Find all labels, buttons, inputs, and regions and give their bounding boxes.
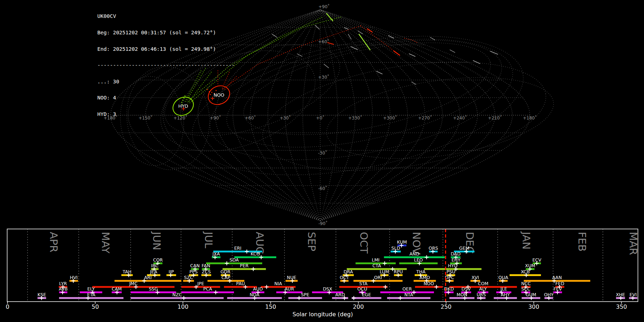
month-label-jul: JUL [203,231,215,248]
count-hyd: HYD: 3 [97,112,235,117]
shower-label: IIP [169,269,174,274]
shower-label: OER [402,286,412,292]
peak-marker [225,262,229,265]
shower-bar [288,297,322,299]
shower-label: COM [478,281,488,286]
shower-label: DSX [323,286,332,292]
shower-label: AVB [59,286,68,292]
shower-nda: NDA [227,292,282,300]
month-label-feb: FEB [576,232,588,252]
shower-label: XCB [521,269,530,274]
shower-avb: AVB [59,286,68,294]
axis-tick-label: 300 [528,303,540,310]
shower-label: AMO [420,275,430,280]
shower-label: QUA [498,275,508,280]
shower-ors: ORS [429,245,438,254]
peak-marker [182,296,186,300]
shower-dpc: DPC [445,275,454,283]
shower-label: ARD [335,292,345,297]
shower-label: NTA [404,292,413,297]
shower-hvi: HVI [69,275,78,283]
shower-xhe: XHE [616,292,625,300]
shower-label: NOO [424,281,434,286]
session-begin: Beg: 20251202 00:31:57 (sol = 249.72°) [97,30,235,35]
shower-jpe: JPE [181,281,220,289]
shower-bar [276,292,302,293]
shower-label: MON [457,292,467,297]
shower-evi: EVI [629,292,637,300]
shower-label: ARI [144,275,152,280]
shower-sld: SLD [391,245,401,254]
shower-label: ORS [429,245,438,251]
shower-label: KCG [251,251,260,257]
month-label-jan: JAN [520,231,532,250]
shower-label: EHY [452,257,460,263]
shower-label: AHY [501,292,510,297]
activity-chart: APRMAYJUNJULAUGSEPOCTNOVDECJANFEBMARKUME… [0,0,644,322]
shower-label: SZC [184,275,193,280]
peak-marker [398,296,402,300]
axis-tick-label: 100 [177,303,189,310]
shower-bar [234,257,276,258]
x-axis-title: Solar longitude (deg) [293,311,353,318]
peak-marker [425,255,429,259]
shower-szc: SZC [183,275,194,283]
shower-qua: QUA [498,275,508,283]
shower-label: AAN [552,275,562,280]
peak-marker [383,262,387,265]
shower-bar [415,286,443,288]
shower-bar [131,297,224,299]
shower-rpu: RPU [394,269,402,277]
shower-label: JXA [212,251,220,257]
shower-bar [224,286,257,288]
peak-marker [434,285,438,289]
axis-tick-label: 0 [6,303,9,310]
shower-fev: FEV [553,286,562,294]
station-id: UK00CV [97,14,235,19]
month-label-mar: MAR [627,232,639,255]
axis-tick-label: 150 [265,303,276,310]
peak-marker [384,285,387,289]
shower-nue: NUE [286,275,298,283]
shower-bar [352,297,381,299]
shower-label: NUE [287,275,296,280]
shower-label: CTA [372,263,381,268]
shower-bar [206,263,262,264]
shower-zcs: ZCS [201,269,211,277]
count-noo: NOO: 4 [97,95,235,101]
shower-label: IRC [151,263,158,268]
shower-bar [449,297,474,299]
axis-tick-label: 250 [440,303,452,310]
month-label-jun: JUN [151,231,163,250]
shower-label: JPE [197,281,204,286]
shower-label: SSG [149,286,158,292]
shower-pau: PAU [224,281,257,289]
shower-label: URS [477,292,486,297]
shower-noo: NOO [415,281,443,289]
shower-label: PER [240,263,249,268]
shower-label: HVI [70,275,78,280]
shower-label: AUR [284,286,294,292]
shower-label: NZC [172,292,182,297]
shower-label: PCA [203,286,212,292]
shower-label: GEM [459,245,469,251]
shower-label: STA [359,281,368,286]
peak-marker [214,291,218,294]
info-separator: ----------------------------------------… [97,63,235,68]
month-label-sep: SEP [306,232,318,251]
shower-bar [387,297,430,299]
shower-bar [92,286,175,288]
shower-bar [59,297,123,299]
shower-label: SDA [230,257,239,263]
peak-marker [297,296,301,300]
station-info: UK00CV Beg: 20251202 00:31:57 (sol = 249… [97,3,235,128]
shower-label: ELY [87,286,95,292]
axis-tick-label: 50 [92,303,99,310]
shower-iip: IIP [166,269,176,277]
shower-tah: TAH [121,269,133,277]
shower-label: LEO [414,257,423,263]
month-label-apr: APR [48,232,60,252]
shower-bar [114,280,181,282]
shower-bar [181,286,220,288]
shower-label: ALY [479,286,487,292]
